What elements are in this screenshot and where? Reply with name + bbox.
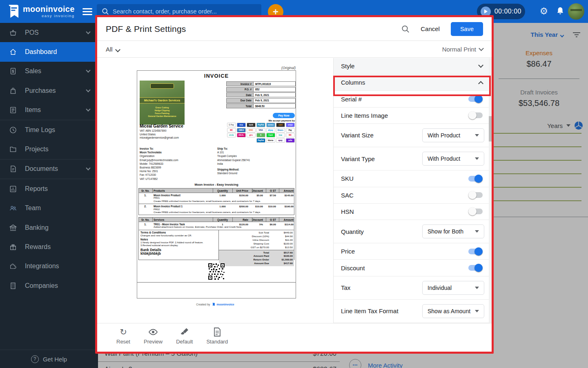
sidebar-item-pos[interactable]: POS xyxy=(0,23,98,42)
created-by-line: Created by mooninvoice xyxy=(97,303,333,306)
payment-method-credit-card-icon: card xyxy=(276,123,285,127)
tax-select[interactable]: Individual xyxy=(422,281,484,295)
standard-button[interactable]: Standard xyxy=(206,327,228,352)
sidebar-item-projects[interactable]: Projects xyxy=(0,139,98,159)
sidebar-item-time-logs[interactable]: Time Logs xyxy=(0,120,98,139)
cancel-button[interactable]: Cancel xyxy=(421,25,440,32)
search-input[interactable] xyxy=(113,8,256,15)
building-icon xyxy=(9,282,17,290)
discount-toggle[interactable] xyxy=(468,265,483,271)
caret-down-icon xyxy=(475,310,479,312)
sidebar-item-companies[interactable]: Companies xyxy=(0,276,98,295)
payment-method-cash-app-icon: Cash xyxy=(266,133,276,137)
sidebar-item-label: Items xyxy=(25,106,41,114)
payment-method-paypal-2-icon: PayPal xyxy=(256,138,266,143)
puzzle-icon xyxy=(9,262,17,270)
chevron-down-icon xyxy=(115,47,120,52)
filter-all-dropdown[interactable]: All xyxy=(106,46,120,53)
home-icon xyxy=(9,48,17,56)
sidebar-item-rewards[interactable]: Rewards xyxy=(0,237,98,256)
payment-method-venmo-icon: venmo xyxy=(266,123,276,127)
document-icon xyxy=(214,327,221,337)
scrollbar-thumb[interactable] xyxy=(489,116,492,141)
payment-method-maestro-icon: MC xyxy=(286,133,295,137)
sales-receipt-icon xyxy=(9,67,17,75)
sidebar-item-purchases[interactable]: Purchases xyxy=(0,81,98,100)
sidebar-item-team[interactable]: Team xyxy=(0,199,98,218)
setting-serial: Serial # xyxy=(334,91,492,107)
quantity-select[interactable]: Show for Both xyxy=(422,224,484,238)
sidebar-item-label: Rewards xyxy=(25,243,51,251)
reset-button[interactable]: ↻ Reset xyxy=(116,327,130,352)
sku-toggle[interactable] xyxy=(468,176,483,182)
setting-variant-size: Variant Size With Product xyxy=(334,124,492,147)
payment-method-stripe-icon: stripe xyxy=(286,123,295,127)
setting-sku: SKU xyxy=(334,171,492,187)
brand-zone: mooninvoice easy invoicing xyxy=(0,0,98,23)
app-root: mooninvoice easy invoicing + 00:00:00 ⚙ … xyxy=(0,0,588,368)
panel-scrollbar xyxy=(489,58,492,323)
sidebar-item-integrations[interactable]: Integrations xyxy=(0,257,98,276)
terms-block: Terms & Conditions Changes and new funct… xyxy=(139,230,219,260)
sidebar-item-reports[interactable]: Reports xyxy=(0,179,98,198)
setting-discount: Discount xyxy=(334,260,492,276)
caret-down-icon xyxy=(475,157,479,160)
hsn-toggle[interactable] xyxy=(468,209,483,214)
pos-basket-icon xyxy=(9,29,17,37)
sidebar-item-label: Dashboard xyxy=(25,48,57,56)
sidebar-item-dashboard[interactable]: Dashboard xyxy=(0,42,98,61)
sac-toggle[interactable] xyxy=(468,192,483,198)
service-row: 1. TR01 - Moon Invoice Task Added attach… xyxy=(138,222,294,230)
payment-methods-grid: G PayvisabankPayPalvenmocardstripeMCAMEX… xyxy=(224,123,295,143)
hamburger-menu-icon[interactable] xyxy=(82,8,92,15)
line-item-tax-format-select[interactable]: Show as Amount xyxy=(422,304,484,318)
sidebar-item-banking[interactable]: Banking xyxy=(0,218,98,237)
sidebar-item-documents[interactable]: Documents xyxy=(0,159,98,179)
section-style[interactable]: Style xyxy=(334,58,492,74)
print-mode-dropdown[interactable]: Normal Print xyxy=(442,46,483,53)
invoice-preview-pane: (Original) INVOICE Michael's Garden Serv… xyxy=(97,58,333,323)
notifications-bell-icon[interactable] xyxy=(556,7,564,16)
payment-method-klarna-icon: klarna xyxy=(266,138,276,143)
bar-chart-icon xyxy=(9,185,17,193)
sidebar-nav: POS Dashboard Sales Purchases Items Time… xyxy=(0,23,98,368)
chevron-down-icon xyxy=(86,88,90,92)
settings-gear-icon[interactable]: ⚙ xyxy=(539,5,548,17)
footer-rule xyxy=(137,282,296,283)
pay-now-button[interactable]: Pay Now xyxy=(273,113,295,118)
sidebar-item-label: Integrations xyxy=(25,263,59,270)
photo-logo-strip xyxy=(150,83,174,89)
team-people-icon xyxy=(9,204,17,212)
sidebar-item-label: Time Logs xyxy=(25,126,55,134)
totals-block: Sub Total$449.00 Discount (10%)$44.90 In… xyxy=(219,230,294,260)
payment-method-zelle-icon: zelle xyxy=(286,138,295,143)
search-icon[interactable] xyxy=(401,25,410,33)
terms-and-totals: Terms & Conditions Changes and new funct… xyxy=(138,230,294,260)
document-icon xyxy=(9,165,17,173)
save-button[interactable]: Save xyxy=(451,22,483,36)
line-items-image-toggle[interactable] xyxy=(468,112,483,118)
get-help-button[interactable]: ? Get Help xyxy=(0,350,98,368)
user-avatar[interactable] xyxy=(568,3,584,20)
price-toggle[interactable] xyxy=(468,249,483,254)
variant-size-select[interactable]: With Product xyxy=(422,128,484,142)
modal-header: PDF & Print Settings Cancel Save xyxy=(97,17,492,41)
brush-button[interactable]: Default xyxy=(176,327,193,352)
help-icon: ? xyxy=(31,355,39,363)
reset-icon: ↻ xyxy=(120,327,127,337)
preview-button[interactable]: Preview xyxy=(144,327,163,352)
sidebar-item-label: Purchases xyxy=(25,87,56,94)
serial-toggle[interactable] xyxy=(468,96,483,102)
get-help-label: Get Help xyxy=(43,356,67,363)
payment-method-paypal-icon: PayPal xyxy=(256,123,266,127)
payment-method-diners-club-icon: Diners xyxy=(276,128,285,132)
sidebar-item-items[interactable]: Items xyxy=(0,101,98,120)
brush-icon xyxy=(180,327,189,337)
payment-method-truemoney-icon: true xyxy=(276,133,285,137)
section-columns[interactable]: Columns xyxy=(334,74,492,91)
modal-title: PDF & Print Settings xyxy=(106,24,186,34)
sidebar-item-sales[interactable]: Sales xyxy=(0,62,98,81)
variant-type-select[interactable]: With Product xyxy=(422,152,484,166)
ship-to-block: Ship To: A 101 Tirupati Complex Ahmedaba… xyxy=(217,147,250,175)
chevron-up-icon xyxy=(478,81,483,86)
